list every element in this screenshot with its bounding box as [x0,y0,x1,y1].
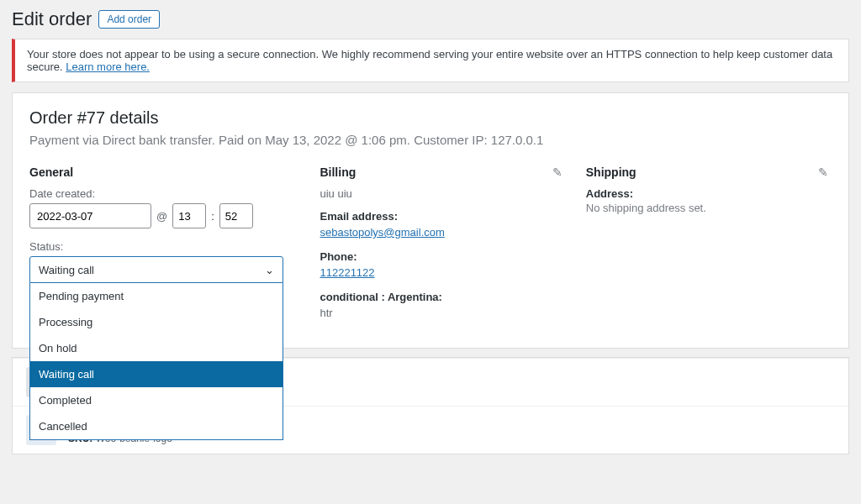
pencil-icon[interactable]: ✎ [552,165,563,179]
time-colon: : [211,210,214,223]
shipping-heading: Shipping [586,165,832,179]
billing-phone-label: Phone: [320,250,565,263]
date-created-input[interactable] [29,203,151,228]
general-heading: General [29,165,299,179]
billing-column: Billing ✎ uiu uiu Email address: sebasto… [320,165,565,331]
billing-name: uiu uiu [320,187,565,200]
order-subtitle: Payment via Direct bank transfer. Paid o… [29,133,832,147]
billing-email-link[interactable]: sebastopolys@gmail.com [320,226,444,239]
status-option-pending[interactable]: Pending payment [30,283,283,309]
add-order-button[interactable]: Add order [98,10,160,29]
status-label: Status: [29,240,299,253]
billing-conditional-value: htr [320,307,565,319]
shipping-column: Shipping ✎ Address: No shipping address … [586,165,832,331]
general-column: General Date created: @ : Status: Waitin… [29,165,299,331]
status-select[interactable]: Waiting call ⌄ [29,256,283,283]
ssl-notice: Your store does not appear to be using a… [12,39,849,82]
status-option-onhold[interactable]: On hold [30,335,283,361]
pencil-icon[interactable]: ✎ [818,165,828,179]
shipping-address-value: No shipping address set. [586,202,832,214]
chevron-down-icon: ⌄ [265,264,274,276]
page-title: Edit order [12,8,92,30]
status-option-completed[interactable]: Completed [30,387,283,413]
order-title: Order #77 details [29,108,832,128]
billing-heading: Billing [320,165,565,179]
date-created-label: Date created: [29,187,299,200]
status-dropdown-list: Pending payment Processing On hold Waiti… [29,283,283,440]
status-option-processing[interactable]: Processing [30,309,283,335]
shipping-address-label: Address: [586,187,832,200]
order-details-panel: Order #77 details Payment via Direct ban… [12,92,849,349]
status-option-waitingcall[interactable]: Waiting call [30,361,283,387]
hour-input[interactable] [172,203,206,228]
billing-phone-link[interactable]: 112221122 [320,266,374,279]
notice-learn-more-link[interactable]: Learn more here. [66,60,150,73]
minute-input[interactable] [219,203,253,228]
billing-email-label: Email address: [320,210,565,223]
status-option-cancelled[interactable]: Cancelled [30,413,283,439]
status-selected-value: Waiting call [39,264,94,276]
billing-conditional-label: conditional : Argentina: [320,291,565,303]
at-symbol: @ [156,210,167,223]
